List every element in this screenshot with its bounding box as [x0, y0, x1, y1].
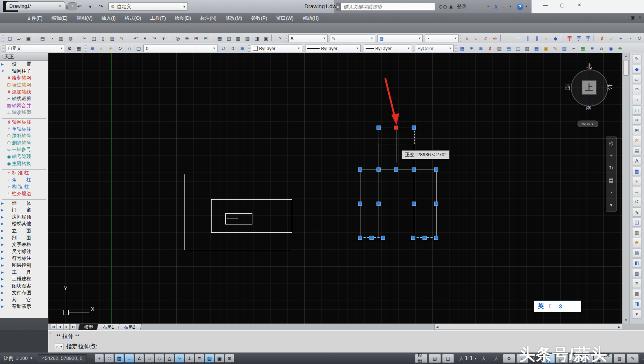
workspace-combo[interactable]: ⚙ 自定义 ▼ [108, 2, 188, 11]
toolbar-button[interactable]: ♯ [486, 44, 495, 53]
palette-item[interactable]: ◉ 轴号隐现 [0, 153, 48, 160]
palette-item[interactable]: ▶ 图块图案 [0, 282, 48, 289]
toolbar-button[interactable]: # [472, 34, 481, 43]
toolbar-button[interactable]: ✂ [80, 34, 89, 43]
menu-item[interactable]: 帮助(H) [298, 15, 323, 22]
menu-item[interactable]: 编辑(E) [47, 15, 72, 22]
palette-item[interactable]: ▶ 墙 体 [0, 200, 48, 207]
toolbar-button[interactable]: ≋ [632, 115, 642, 125]
ime-language-button[interactable]: 英 [538, 302, 544, 310]
toolbar-grip[interactable] [248, 45, 250, 52]
drawing-canvas[interactable]: 正交: 28936 < 270° 北 南 西 东 上 WCS▼ ◎+↻▤◔▾ Y… [48, 53, 622, 324]
grip[interactable] [358, 168, 362, 172]
toolbar-button[interactable]: ⊕ [182, 34, 192, 43]
drawing-line[interactable] [184, 250, 291, 250]
drawings-quickview-icon[interactable]: ◫ [442, 354, 454, 363]
plotstyle-combo[interactable]: ByColor▼ [415, 45, 454, 52]
grip[interactable] [434, 168, 438, 172]
toolbar-button[interactable]: + [616, 34, 625, 43]
wcs-badge[interactable]: WCS▼ [578, 121, 598, 127]
sign-in-button[interactable]: 登录 [454, 2, 469, 11]
toolbar-button[interactable]: ▨ [108, 34, 117, 43]
layer-tool-button[interactable]: ≋ [88, 44, 97, 53]
toolbar-button[interactable]: ✎ [117, 34, 126, 43]
toolbar-button[interactable]: ▥ [632, 228, 642, 237]
palette-item[interactable]: ⊟ 墙生轴网 [0, 82, 48, 89]
compass-north-label[interactable]: 北 [586, 63, 592, 70]
toolbar-button[interactable]: 字 [574, 34, 583, 43]
palette-item[interactable]: ▶ 设 置 [0, 61, 48, 68]
scroll-right-arrow[interactable]: ▶ [617, 325, 622, 329]
drafting-toggle-button[interactable]: + [95, 354, 104, 363]
first-tab-button[interactable]: |◀ [50, 324, 56, 330]
navbar-icon[interactable]: + [610, 153, 613, 158]
toolbar-button[interactable]: ◫ [89, 34, 98, 43]
palette-item[interactable]: ▶ 楼梯其他 [0, 220, 48, 227]
toolbar-button[interactable]: ⊞ [192, 34, 201, 43]
menu-item[interactable]: 绘图(D) [170, 15, 196, 22]
toolbar-button[interactable]: ▢ [5, 34, 14, 43]
menu-item[interactable]: 修改(M) [221, 15, 247, 22]
toolbar-button[interactable]: ▥ [560, 44, 569, 53]
palette-item[interactable]: ▶ 剖 面 [0, 234, 48, 241]
toolbar-button[interactable]: ▥ [243, 34, 252, 43]
toolbar-button[interactable]: ※ [490, 34, 500, 43]
ime-settings-gear-icon[interactable]: ⚙ [558, 303, 563, 310]
scroll-up-arrow[interactable]: ▲ [622, 53, 630, 59]
toolbar-button[interactable]: ♯ [598, 34, 607, 43]
toolbar-button[interactable] [34, 34, 37, 42]
layer-tool-button[interactable]: ◐ [97, 44, 106, 53]
toolbar-button[interactable]: ⊞ [632, 126, 642, 135]
palette-item[interactable]: ▶ 文字表格 [0, 241, 48, 248]
toolbar-button[interactable]: ↺ [632, 197, 642, 206]
toolbar-button[interactable]: ▤ [38, 34, 47, 43]
toolbar-button[interactable]: ▱ [632, 75, 642, 84]
prev-tab-button[interactable]: ◀ [57, 324, 63, 330]
last-tab-button[interactable]: ▶| [70, 324, 76, 330]
toolbar-button[interactable]: ⊟ [201, 34, 210, 43]
toolbar-button[interactable]: # [607, 34, 616, 43]
table-style-combo[interactable]: ▦▼ [377, 35, 423, 42]
text-style-combo[interactable]: A▼ [288, 35, 328, 42]
layer-state-button[interactable]: ≋ [238, 44, 247, 53]
palette-item[interactable]: ⊕ 添补轴号 [0, 132, 48, 140]
grip[interactable] [434, 236, 438, 240]
signin-dropdown-icon[interactable]: ▼ [486, 2, 490, 11]
palette-item[interactable]: ▶ 其 它 [0, 296, 48, 304]
ime-mode-moon-icon[interactable]: ☾ [548, 303, 553, 310]
palette-header[interactable]: ⁞⁞ 天正... [0, 53, 48, 61]
grip[interactable] [423, 236, 427, 240]
compass-south-label[interactable]: 南 [586, 104, 592, 111]
drawing-line[interactable] [227, 219, 238, 219]
toolbar-button[interactable]: ◆ [632, 65, 642, 74]
grip[interactable] [412, 168, 416, 172]
doc-restore-button[interactable]: ▣ [631, 15, 634, 20]
toolbar-button[interactable]: ▧ [523, 44, 532, 53]
scroll-left-arrow[interactable]: ◀ [435, 325, 440, 329]
help-icon[interactable]: ? [517, 3, 523, 10]
toolbar-button[interactable]: ◠ [632, 85, 642, 94]
palette-item[interactable]: + 标 准 柱 [0, 170, 48, 177]
toolbar-button[interactable]: ◎ [173, 34, 182, 43]
toolbar-button[interactable]: ▾ [632, 309, 642, 319]
toolbar-button[interactable]: ⊕ [632, 238, 642, 247]
grip[interactable] [370, 236, 374, 240]
next-tab-button[interactable]: ▶ [63, 324, 70, 330]
toolbar-button[interactable] [76, 34, 79, 42]
toolbar-button[interactable]: ◍ [66, 34, 75, 43]
toolbar-button[interactable]: ◻ [632, 105, 642, 115]
palette-item[interactable]: ▶ 符号标注 [0, 255, 48, 262]
grip[interactable] [434, 202, 438, 206]
annotation-visibility-icon[interactable]: 人 [478, 354, 489, 363]
model-space-button[interactable]: 模型 [415, 354, 428, 363]
ime-options-icon[interactable]: ⁚ [568, 305, 569, 308]
help-dropdown-icon[interactable]: ▼ [524, 2, 528, 11]
menu-item[interactable]: 参数(P) [247, 15, 272, 22]
palette-item[interactable]: ▶ 门 窗 [0, 207, 48, 214]
maximize-button[interactable]: ▢ [557, 2, 568, 8]
scale-control[interactable]: 比例 1:100 ▼ [4, 355, 33, 362]
palette-item[interactable]: ▦ 轴网合并 [0, 102, 48, 109]
drafting-toggle-button[interactable]: ⊕ [225, 354, 234, 363]
navbar-icon[interactable]: ◎ [609, 140, 613, 146]
toolbar-button[interactable]: ▤ [632, 146, 642, 155]
